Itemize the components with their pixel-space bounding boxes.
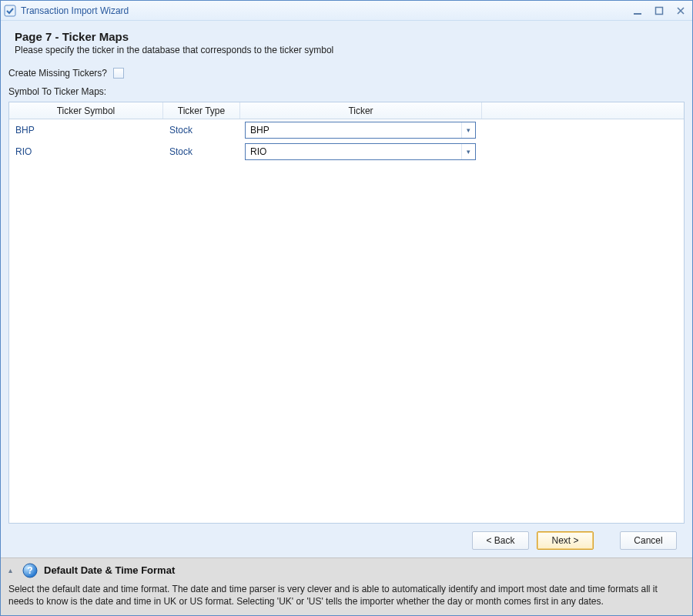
close-button[interactable] xyxy=(674,4,688,18)
cell-symbol: RIO xyxy=(9,146,163,157)
grid-header: Ticker Symbol Ticker Type Ticker xyxy=(9,102,684,119)
help-icon: ? xyxy=(22,563,38,578)
table-row: RIO Stock RIO ▾ xyxy=(9,141,684,162)
ticker-select-value: BHP xyxy=(246,125,461,136)
maximize-button[interactable] xyxy=(652,4,666,18)
app-icon xyxy=(4,5,16,17)
chevron-down-icon: ▾ xyxy=(461,122,475,138)
wizard-button-bar: < Back Next > Cancel xyxy=(8,524,685,557)
symbol-maps-label: Symbol To Ticker Maps: xyxy=(8,86,685,97)
wizard-header: Page 7 - Ticker Maps Please specify the … xyxy=(1,21,692,62)
ticker-maps-grid: Ticker Symbol Ticker Type Ticker BHP Sto… xyxy=(8,102,685,524)
page-subtitle: Please specify the ticker in the databas… xyxy=(15,45,678,55)
back-button[interactable]: < Back xyxy=(472,531,529,550)
window-title: Transaction Import Wizard xyxy=(21,5,631,16)
create-missing-row: Create Missing Tickers? xyxy=(8,66,685,86)
help-title: Default Date & Time Format xyxy=(44,564,175,576)
col-header-ticker[interactable]: Ticker xyxy=(240,102,482,119)
collapse-toggle-icon[interactable]: ▴ xyxy=(8,566,16,574)
help-body: Select the default date and time format.… xyxy=(8,583,685,608)
cell-type: Stock xyxy=(163,146,240,157)
help-panel: ▴ ? Default Date & Time Format Select th… xyxy=(1,557,692,615)
minimize-button[interactable] xyxy=(631,4,644,18)
cancel-button[interactable]: Cancel xyxy=(620,531,677,550)
chevron-down-icon: ▾ xyxy=(461,144,475,159)
form-area: Create Missing Tickers? Symbol To Ticker… xyxy=(1,62,692,557)
titlebar: Transaction Import Wizard xyxy=(1,1,692,21)
help-title-row: ▴ ? Default Date & Time Format xyxy=(8,563,685,578)
next-button[interactable]: Next > xyxy=(537,531,594,550)
col-header-symbol[interactable]: Ticker Symbol xyxy=(9,102,163,119)
col-header-spacer xyxy=(482,102,684,119)
create-missing-label: Create Missing Tickers? xyxy=(8,68,107,79)
page-title: Page 7 - Ticker Maps xyxy=(15,30,678,43)
wizard-window: Transaction Import Wizard Page 7 - Ticke… xyxy=(0,0,693,616)
svg-rect-0 xyxy=(5,5,15,16)
svg-rect-1 xyxy=(634,13,641,15)
svg-text:?: ? xyxy=(27,565,32,576)
cell-symbol: BHP xyxy=(9,125,163,136)
ticker-select-value: RIO xyxy=(246,146,461,157)
table-row: BHP Stock BHP ▾ xyxy=(9,119,684,141)
cell-type: Stock xyxy=(163,125,240,136)
create-missing-checkbox[interactable] xyxy=(113,68,124,79)
col-header-type[interactable]: Ticker Type xyxy=(163,102,240,119)
ticker-select[interactable]: BHP ▾ xyxy=(245,122,476,139)
ticker-select[interactable]: RIO ▾ xyxy=(245,143,476,160)
svg-rect-2 xyxy=(656,7,663,14)
grid-body: BHP Stock BHP ▾ RIO Stock RIO ▾ xyxy=(9,119,684,523)
